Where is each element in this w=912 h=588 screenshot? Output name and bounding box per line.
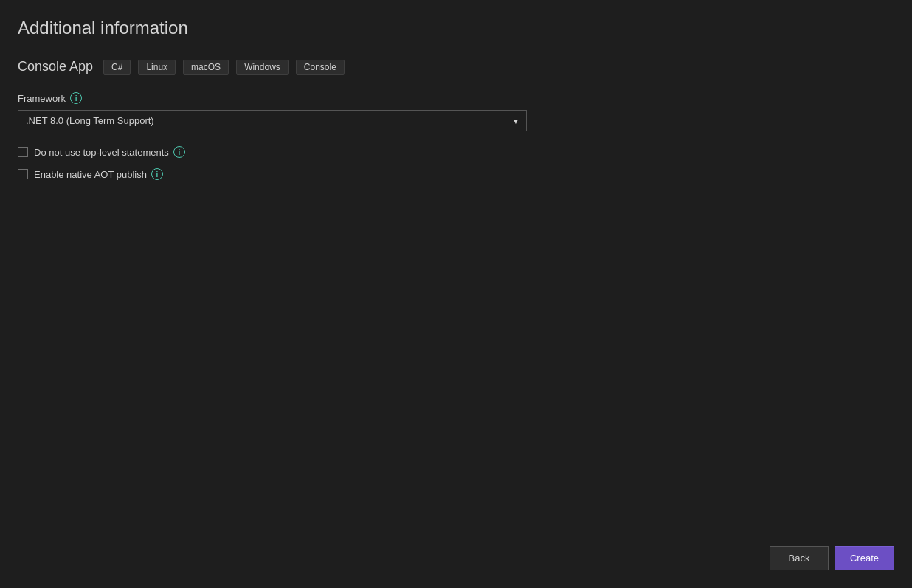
framework-dropdown[interactable]: .NET 8.0 (Long Term Support) .NET 7.0 .N…: [18, 110, 527, 131]
no-top-level-checkbox[interactable]: [18, 147, 28, 157]
framework-label-text: Framework: [18, 93, 66, 104]
bottom-buttons: Back Create: [770, 546, 894, 570]
native-aot-row: Enable native AOT publish i: [18, 168, 894, 180]
tag-console: Console: [296, 60, 345, 75]
native-aot-info-icon[interactable]: i: [151, 168, 163, 180]
page-title: Additional information: [18, 18, 894, 38]
back-button[interactable]: Back: [770, 546, 829, 570]
framework-info-icon[interactable]: i: [70, 92, 82, 104]
tag-csharp: C#: [103, 60, 131, 75]
framework-label: Framework i: [18, 92, 894, 104]
tag-macos: macOS: [183, 60, 229, 75]
no-top-level-info-icon[interactable]: i: [173, 146, 185, 158]
native-aot-checkbox[interactable]: [18, 169, 28, 179]
app-name: Console App: [18, 59, 93, 75]
page-container: Additional information Console App C# Li…: [0, 0, 912, 588]
framework-section: Framework i .NET 8.0 (Long Term Support)…: [18, 92, 894, 131]
tag-windows: Windows: [236, 60, 289, 75]
tag-linux: Linux: [138, 60, 176, 75]
framework-dropdown-wrapper: .NET 8.0 (Long Term Support) .NET 7.0 .N…: [18, 110, 527, 131]
no-top-level-label[interactable]: Do not use top-level statements i: [34, 146, 185, 158]
no-top-level-row: Do not use top-level statements i: [18, 146, 894, 158]
native-aot-label[interactable]: Enable native AOT publish i: [34, 168, 163, 180]
create-button[interactable]: Create: [835, 546, 894, 570]
app-info: Console App C# Linux macOS Windows Conso…: [18, 59, 894, 75]
